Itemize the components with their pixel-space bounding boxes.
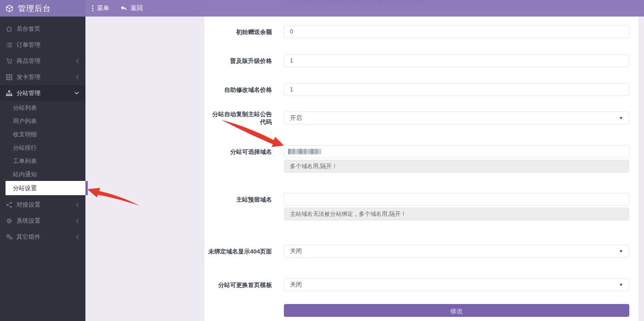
field-label-changeable-home-template: 分站可更换首页模板 <box>208 278 272 291</box>
select-caret-icon <box>620 117 622 119</box>
sidebar-item-label: 其它组件 <box>17 233 76 241</box>
field-auto-copy-main-notice[interactable]: 开启 <box>284 112 629 124</box>
field-label-auto-copy-main-notice: 分站自动复制主站公告代码 <box>208 112 272 124</box>
list-icon <box>6 42 13 48</box>
sidebar-item-user-list[interactable]: 用户列表 <box>0 114 85 128</box>
sidebar-item-label: 商品管理 <box>17 57 76 65</box>
cart-icon <box>6 58 13 64</box>
sidebar-item-substation-list[interactable]: 分站列表 <box>0 101 85 114</box>
field-value: 1 <box>290 57 293 64</box>
select-caret-icon <box>620 284 622 286</box>
chevron-left-icon <box>76 59 79 63</box>
field-self-modify-domain-price[interactable]: 1 <box>284 83 629 96</box>
cogs-icon <box>6 234 13 240</box>
field-label-unbound-domain-404: 未绑定域名显示404页面 <box>208 245 272 258</box>
sidebar-item-substation-settings[interactable]: 分站设置 <box>6 181 85 195</box>
field-value: 关闭 <box>290 281 302 288</box>
field-basic-upgrade-price[interactable]: 1 <box>284 54 629 67</box>
field-value: 0 <box>290 28 293 35</box>
sidebar-item-orders[interactable]: 订单管理 <box>0 37 85 53</box>
chevron-left-icon <box>76 203 79 207</box>
sidebar-item-other-components[interactable]: 其它组件 <box>0 229 85 245</box>
chevron-left-icon <box>76 219 79 223</box>
sidebar-item-label: 分站管理 <box>17 89 74 97</box>
menu-button-label: 菜单 <box>97 4 109 12</box>
back-icon <box>120 6 127 11</box>
field-value: 开启 <box>290 114 302 121</box>
home-icon <box>6 26 13 32</box>
field-value: 关闭 <box>290 248 302 254</box>
grid-icon <box>6 74 13 80</box>
back-button-label: 返回 <box>130 4 143 12</box>
sidebar-item-site-notifications[interactable]: 站内通知 <box>0 168 85 181</box>
sidebar-item-label: 订单管理 <box>17 41 79 49</box>
active-menu-indicator <box>85 181 88 195</box>
field-label-reserved-domains: 主站预留域名 <box>208 193 272 206</box>
field-initial-gift-balance[interactable]: 0 <box>284 25 629 38</box>
field-value: 1 <box>290 86 293 93</box>
sidebar-item-substation-ranking[interactable]: 分站排行 <box>0 141 85 154</box>
sidebar-item-system-settings[interactable]: 系统设置 <box>0 213 85 229</box>
menu-button[interactable]: 菜单 <box>92 4 109 12</box>
redacted-value <box>288 149 321 154</box>
sidebar-item-label: 发卡管理 <box>17 73 76 81</box>
sidebar-item-label: 后台首页 <box>17 25 79 33</box>
sitemap-icon <box>6 90 13 96</box>
field-changeable-home-template[interactable]: 关闭 <box>284 278 629 291</box>
chevron-left-icon <box>76 75 79 79</box>
chevron-down-icon <box>74 91 79 95</box>
menu-dots-icon <box>92 5 94 11</box>
sidebar-item-dashboard[interactable]: 后台首页 <box>0 21 85 37</box>
sidebar-item-api-settings[interactable]: 对接设置 <box>0 197 85 213</box>
share-icon <box>6 202 13 208</box>
select-caret-icon <box>620 250 622 253</box>
sidebar-item-income-expense-detail[interactable]: 收支明细 <box>0 128 85 141</box>
sidebar-item-products[interactable]: 商品管理 <box>0 53 85 69</box>
field-label-basic-upgrade-price: 普及版升级价格 <box>208 54 272 67</box>
back-button[interactable]: 返回 <box>120 4 143 12</box>
field-selectable-domains[interactable] <box>284 145 629 158</box>
field-help-selectable-domains: 多个域名用,隔开！ <box>284 160 629 173</box>
topbar: 菜单 返回 <box>85 0 644 17</box>
field-reserved-domains[interactable] <box>284 193 629 206</box>
app-title: 管理后台 <box>18 3 51 14</box>
field-label-self-modify-domain-price: 自助修改域名价格 <box>208 83 272 96</box>
sidebar-header: 管理后台 <box>0 0 85 17</box>
submit-button[interactable]: 修改 <box>284 304 629 317</box>
annotation-arrow-to-substation-settings <box>85 183 141 207</box>
sidebar-item-ticket-list[interactable]: 工单列表 <box>0 154 85 168</box>
sidebar-nav: 后台首页订单管理商品管理发卡管理分站管理分站列表用户列表收支明细分站排行工单列表… <box>0 17 85 245</box>
field-unbound-domain-404[interactable]: 关闭 <box>284 245 629 258</box>
field-label-selectable-domains: 分站可选择域名 <box>208 145 272 158</box>
sidebar-item-substations[interactable]: 分站管理 <box>0 85 85 101</box>
sidebar-item-label: 系统设置 <box>17 217 76 225</box>
sidebar: 管理后台 后台首页订单管理商品管理发卡管理分站管理分站列表用户列表收支明细分站排… <box>0 0 85 321</box>
chevron-left-icon <box>76 235 79 239</box>
field-label-initial-gift-balance: 初始赠送余额 <box>208 25 272 38</box>
sidebar-item-card-issuing[interactable]: 发卡管理 <box>0 69 85 85</box>
field-help-reserved-domains: 主站域名无法被分站绑定，多个域名用,隔开！ <box>284 208 629 220</box>
cube-icon <box>6 5 13 12</box>
gear-icon <box>6 218 13 224</box>
submenu-substations: 分站列表用户列表收支明细分站排行工单列表站内通知分站设置 <box>0 101 85 195</box>
sidebar-item-label: 对接设置 <box>17 201 76 209</box>
